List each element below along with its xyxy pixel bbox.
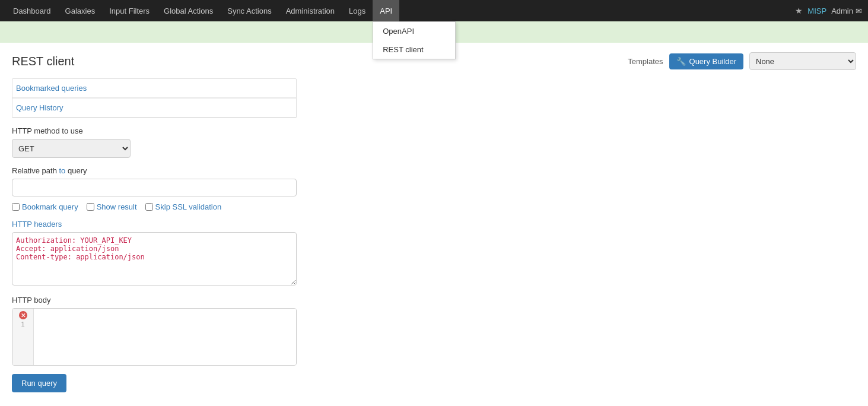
http-headers-label: HTTP headers xyxy=(12,220,297,229)
page-title: REST client xyxy=(12,55,74,68)
query-builder-button[interactable]: 🔧 Query Builder xyxy=(669,53,743,69)
bookmark-query-label: Bookmark query xyxy=(22,202,78,211)
relative-path-label-to: to xyxy=(59,166,66,175)
skip-ssl-checkbox-label[interactable]: Skip SSL validation xyxy=(145,202,222,211)
nav-global-actions[interactable]: Global Actions xyxy=(157,0,220,21)
admin-label: Admin xyxy=(831,7,853,15)
http-body-container: ✕ 1 xyxy=(12,308,297,366)
show-result-label: Show result xyxy=(97,202,137,211)
http-method-select[interactable]: GET POST PUT DELETE xyxy=(12,139,131,158)
misp-link[interactable]: MISP xyxy=(807,7,826,15)
form-section: Bookmarked queries Query History HTTP me… xyxy=(12,78,297,392)
body-line-number: 1 xyxy=(21,321,24,328)
bookmarked-queries-link[interactable]: Bookmarked queries xyxy=(12,79,296,98)
nav-logs[interactable]: Logs xyxy=(342,0,373,21)
nav-administration[interactable]: Administration xyxy=(279,0,342,21)
api-dropdown-menu: OpenAPI REST client xyxy=(373,21,456,59)
show-result-checkbox[interactable] xyxy=(87,203,94,211)
queries-box: Bookmarked queries Query History xyxy=(12,78,297,118)
header-right: Templates 🔧 Query Builder None xyxy=(628,52,856,70)
relative-path-label: Relative path to query xyxy=(12,166,297,175)
run-query-button[interactable]: Run query xyxy=(12,374,66,392)
nav-input-filters[interactable]: Input Filters xyxy=(102,0,157,21)
body-gutter: ✕ 1 xyxy=(12,309,34,365)
http-body-textarea[interactable] xyxy=(34,309,296,365)
star-icon[interactable]: ★ xyxy=(795,6,803,15)
http-method-label: HTTP method to use xyxy=(12,126,297,135)
nav-dashboard[interactable]: Dashboard xyxy=(6,0,58,21)
templates-label: Templates xyxy=(628,57,663,66)
skip-ssl-checkbox[interactable] xyxy=(145,203,153,211)
templates-select[interactable]: None xyxy=(749,52,856,70)
api-menu-openapi[interactable]: OpenAPI xyxy=(373,22,455,40)
query-builder-label: Query Builder xyxy=(689,57,736,66)
query-history-link[interactable]: Query History xyxy=(12,99,296,118)
nav-sync-actions[interactable]: Sync Actions xyxy=(220,0,278,21)
navbar: Dashboard Galaxies Input Filters Global … xyxy=(0,0,868,21)
checkbox-row: Bookmark query Show result Skip SSL vali… xyxy=(12,202,297,211)
page-content: REST client Templates 🔧 Query Builder No… xyxy=(0,43,868,402)
navbar-right: ★ MISP Admin ✉ xyxy=(795,6,862,15)
skip-ssl-label: Skip SSL validation xyxy=(155,202,222,211)
envelope-icon: ✉ xyxy=(856,7,862,15)
relative-path-input[interactable] xyxy=(12,179,297,196)
admin-link[interactable]: Admin ✉ xyxy=(831,7,862,15)
api-menu-rest-client[interactable]: REST client xyxy=(373,40,455,59)
bookmark-query-checkbox-label[interactable]: Bookmark query xyxy=(12,202,78,211)
body-error-dot[interactable]: ✕ xyxy=(19,311,27,319)
nav-api[interactable]: API xyxy=(373,0,399,21)
nav-api-dropdown[interactable]: API OpenAPI REST client xyxy=(373,0,399,21)
bookmark-query-checkbox[interactable] xyxy=(12,203,20,211)
http-headers-textarea[interactable]: Authorization: YOUR_API_KEY Accept: appl… xyxy=(12,232,297,286)
show-result-checkbox-label[interactable]: Show result xyxy=(87,202,137,211)
wrench-icon: 🔧 xyxy=(676,57,686,66)
nav-galaxies[interactable]: Galaxies xyxy=(58,0,103,21)
http-body-label: HTTP body xyxy=(12,296,297,304)
